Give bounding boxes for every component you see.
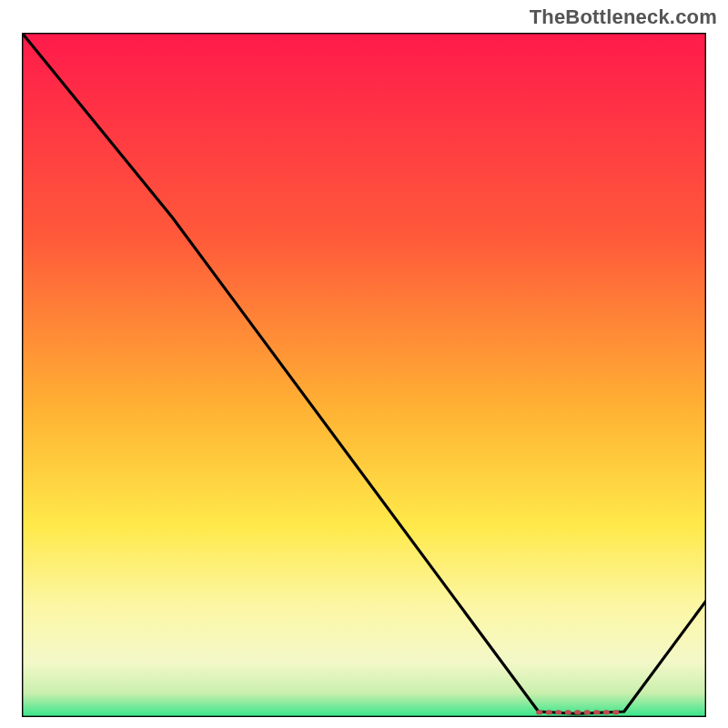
gradient-background (22, 33, 706, 717)
chart-svg (22, 33, 706, 717)
bottleneck-chart (22, 33, 706, 717)
attribution-label: TheBottleneck.com (530, 5, 717, 29)
